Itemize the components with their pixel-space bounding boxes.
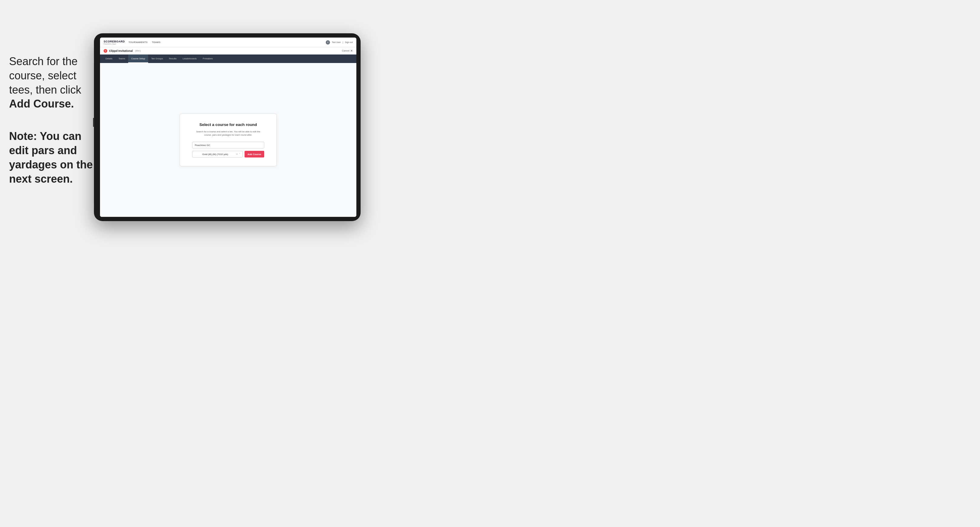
cancel-button[interactable]: Cancel ✕: [342, 49, 353, 52]
logo-sub: Powered by clippd: [103, 43, 125, 45]
tee-clear-icon[interactable]: ×: [236, 152, 237, 156]
tab-teams[interactable]: Teams: [115, 54, 128, 63]
annotation-line4: Add Course.: [9, 97, 94, 111]
tab-bar: Details Teams Course Setup Tee Groups Re…: [100, 54, 356, 63]
annotation-note3: yardages on the: [9, 158, 94, 172]
annotation-note2: edit pars and: [9, 144, 94, 158]
tournament-title: C Clippd Invitational (Men): [103, 49, 141, 53]
tournament-header: C Clippd Invitational (Men) Cancel ✕: [100, 47, 356, 54]
annotation-line1: Search for the: [9, 54, 94, 69]
signout-link[interactable]: Sign out: [345, 41, 353, 43]
annotation-line3: tees, then click: [9, 83, 94, 97]
main-content: Select a course for each round Search fo…: [100, 63, 356, 217]
course-search-input[interactable]: [192, 142, 264, 148]
tab-leaderboards[interactable]: Leaderboards: [180, 54, 200, 63]
tournament-icon: C: [103, 49, 107, 53]
cancel-icon: ✕: [350, 49, 353, 52]
tee-select-icons: × ⌃: [236, 152, 240, 156]
tee-select[interactable]: Gold (M) (M) (7010 yds) × ⌃: [192, 151, 243, 157]
nav-separator: |: [342, 41, 343, 43]
tee-expand-icon[interactable]: ⌃: [239, 153, 240, 156]
tab-course-setup[interactable]: Course Setup: [128, 54, 148, 63]
tab-printables[interactable]: Printables: [200, 54, 216, 63]
annotation-note4: next screen.: [9, 172, 94, 186]
annotation-note1: Note: You can: [9, 129, 94, 144]
nav-right: T Test User | Sign out: [326, 40, 353, 44]
tablet-screen: SCOREBOARD Powered by clippd TOURNAMENTS…: [100, 38, 356, 217]
annotation-line2: course, select: [9, 69, 94, 83]
tab-details[interactable]: Details: [102, 54, 115, 63]
user-label: Test User: [332, 41, 341, 43]
logo: SCOREBOARD Powered by clippd: [103, 40, 125, 45]
tournament-name: Clippd Invitational: [109, 49, 133, 52]
nav-tournaments[interactable]: TOURNAMENTS: [129, 41, 148, 44]
card-title: Select a course for each round: [192, 122, 264, 127]
tee-select-value: Gold (M) (M) (7010 yds): [194, 153, 236, 156]
cancel-label: Cancel: [342, 49, 349, 52]
nav-links: TOURNAMENTS TEAMS: [129, 41, 161, 44]
tab-tee-groups[interactable]: Tee Groups: [148, 54, 166, 63]
top-navigation: SCOREBOARD Powered by clippd TOURNAMENTS…: [100, 38, 356, 47]
course-setup-card: Select a course for each round Search fo…: [180, 114, 277, 166]
tablet-frame: SCOREBOARD Powered by clippd TOURNAMENTS…: [94, 33, 361, 221]
tournament-badge: (Men): [135, 50, 141, 52]
tee-select-row: Gold (M) (M) (7010 yds) × ⌃ Add Course: [192, 151, 264, 157]
card-description: Search for a course and select a tee. Yo…: [192, 130, 264, 137]
annotation-text: Search for the course, select tees, then…: [9, 54, 94, 186]
tab-results[interactable]: Results: [166, 54, 180, 63]
user-avatar: T: [326, 40, 330, 44]
add-course-button[interactable]: Add Course: [245, 151, 264, 157]
nav-left: SCOREBOARD Powered by clippd TOURNAMENTS…: [103, 40, 161, 45]
nav-teams[interactable]: TEAMS: [152, 41, 160, 44]
logo-text: SCOREBOARD: [103, 40, 125, 43]
